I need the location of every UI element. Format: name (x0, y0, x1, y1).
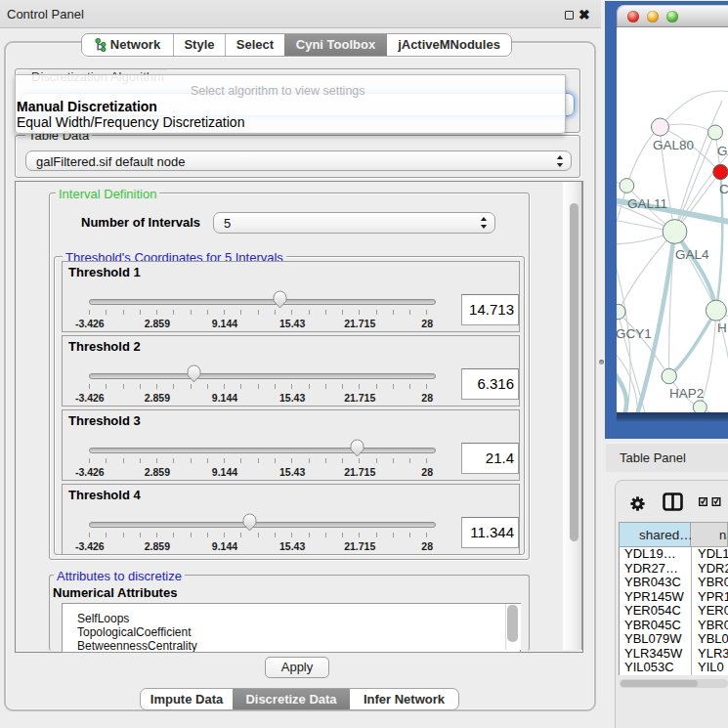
svg-text:GAL11: GAL11 (627, 196, 667, 211)
svg-text:GAL80: GAL80 (653, 138, 694, 152)
svg-text:GCY1: GCY1 (617, 326, 652, 341)
svg-text:H: H (717, 321, 727, 335)
svg-text:C: C (719, 182, 728, 196)
svg-text:GAL4: GAL4 (675, 247, 709, 262)
svg-text:GA: GA (717, 144, 728, 158)
svg-text:HAP2: HAP2 (669, 386, 704, 401)
